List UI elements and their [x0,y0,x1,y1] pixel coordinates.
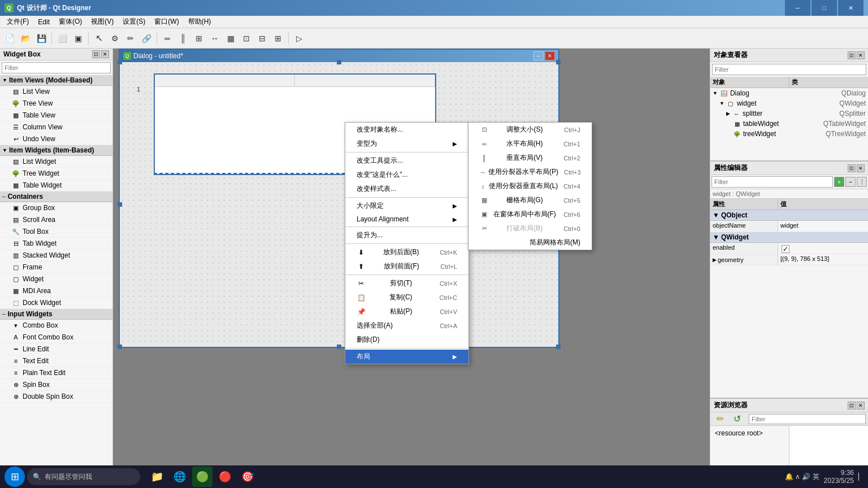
submenu-splitterh[interactable]: ↔ 使用分裂器水平布局(P) Ctrl+3 [468,165,592,179]
resize-handle-top[interactable] [337,60,341,64]
object-filter-input[interactable] [712,64,866,75]
widget-tableview[interactable]: ▦ Table View [0,110,112,121]
tb-new-form2[interactable]: ▣ [71,31,85,46]
resource-refresh-btn[interactable]: ↺ [730,412,744,426]
resize-handle-bottomleft[interactable] [118,345,122,349]
tb-tab-order[interactable]: ⚙ [107,31,122,46]
ctx-layout[interactable]: 布局 ▶ [345,350,468,364]
category-input-widgets[interactable]: ─ Input Widgets [0,309,112,320]
dialog-minimize-btn[interactable]: ─ [533,51,544,60]
ctx-stylesheet[interactable]: 改变样式表... [345,182,468,196]
property-editor-close-btn[interactable]: ✕ [857,164,865,172]
taskbar-app-chrome[interactable]: 🌐 [170,467,190,487]
resize-handle-topleft[interactable] [118,60,122,64]
dialog-close-btn[interactable]: ✕ [545,51,555,60]
widget-listview[interactable]: ▤ List View [0,86,112,98]
widget-plaintextedit[interactable]: ≡ Plain Text Edit [0,367,112,379]
widget-stacked[interactable]: ▥ Stacked Widget [0,250,112,262]
menu-window[interactable]: 窗口(W) [150,16,183,28]
resource-browser-float-btn[interactable]: ⊡ [848,402,856,409]
widget-box-close-btn[interactable]: ✕ [101,50,109,58]
menu-edit[interactable]: Edit [33,17,54,27]
menu-file[interactable]: 文件(F) [2,16,33,28]
prop-value-geometry[interactable]: [(9, 9), 786 x 513] [778,254,868,265]
resource-filter-input[interactable] [749,414,866,424]
tb-preview[interactable]: ▷ [292,31,306,46]
ctx-layoutalignment[interactable]: Layout Alignment ▶ [345,213,468,225]
taskbar-search[interactable]: 🔍 有问题尽管问我 [27,468,140,485]
menu-view[interactable]: 视图(V) [86,16,118,28]
tree-dialog[interactable]: ▼ 🪟 Dialog QDialog [710,88,868,98]
taskbar-app-explorer[interactable]: 📁 [147,467,167,487]
tb-adjust-size[interactable]: ⊞ [271,31,285,46]
prop-value-objectname[interactable]: widget [778,221,868,232]
tb-new-form[interactable]: ⬜ [55,31,70,46]
tree-tablewidget[interactable]: ▦ tableWidget QTableWidget [710,119,868,129]
app-maximize-btn[interactable]: □ [811,0,837,16]
widget-lineedit[interactable]: ━ Line Edit [0,343,112,355]
object-inspector-float-btn[interactable]: ⊡ [848,51,856,59]
submenu-resize[interactable]: ⊡ 调整大小(S) Ctrl+J [468,123,592,137]
ctx-cut[interactable]: ✂ 剪切(T) Ctrl+X [345,276,468,290]
tb-pointer[interactable]: ↖ [92,31,106,46]
widget-toolbox[interactable]: 🔧 Tool Box [0,226,112,238]
ctx-morph[interactable]: 变型为 ▶ [345,137,468,151]
tb-save[interactable]: 💾 [34,31,49,46]
tb-buddy[interactable]: ✏ [123,31,138,46]
submenu-hlayout[interactable]: ═ 水平布局(H) Ctrl+1 [468,137,592,151]
widget-spinbox[interactable]: ⊕ Spin Box [0,379,112,391]
resource-browser-close-btn[interactable]: ✕ [857,402,865,409]
ctx-whatsthis[interactable]: 改变"这是什么"... [345,168,468,182]
resize-handle-bottom[interactable] [337,345,341,349]
taskbar-show-desktop[interactable]: ▏ [858,473,863,481]
resource-root[interactable]: <resource root> [713,428,787,438]
widget-box-float-btn[interactable]: ⊡ [92,50,100,58]
ctx-rename[interactable]: 改变对象名称... [345,123,468,137]
prop-remove-btn[interactable]: − [845,177,856,187]
prop-value-enabled[interactable]: ✓ [778,243,868,254]
resize-handle-left[interactable] [118,202,122,207]
widget-tabwidget[interactable]: ⊟ Tab Widget [0,238,112,250]
tb-hlayout[interactable]: ═ [160,31,175,46]
submenu-vlayout[interactable]: ║ 垂直布局(V) Ctrl+2 [468,151,592,165]
widget-listwidget[interactable]: ▤ List Widget [0,156,112,168]
ctx-copy[interactable]: 📋 复制(C) Ctrl+C [345,290,468,304]
widget-tablewidget[interactable]: ▦ Table Widget [0,180,112,191]
prop-menu-btn[interactable]: ⋮ [857,177,867,187]
tb-signal[interactable]: 🔗 [139,31,154,46]
tree-splitter[interactable]: ▶ ↔ splitter QSplitter [710,108,868,119]
submenu-simplegrid[interactable]: 简易网格布局(M) [468,236,592,250]
widget-textedit[interactable]: ≡ Text Edit [0,355,112,367]
tb-open[interactable]: 📂 [18,31,33,46]
widget-undoview[interactable]: ↩ Undo View [0,133,112,145]
widget-mdiarea[interactable]: ▦ MDI Area [0,285,112,297]
ctx-promote[interactable]: 提升为... [345,228,468,242]
taskbar-app-green[interactable]: 🟢 [192,467,212,487]
tb-vlayout[interactable]: ║ [176,31,190,46]
widget-doublespinbox[interactable]: ⊕ Double Spin Box [0,391,112,403]
widget-combobox[interactable]: ▾ Combo Box [0,320,112,332]
submenu-splitterv[interactable]: ↕ 使用分裂器垂直布局(L) Ctrl+4 [468,179,592,193]
tb-splitter-v[interactable]: ↔ [207,31,222,46]
ctx-bringfront[interactable]: ⬆ 放到前面(F) Ctrl+L [345,259,468,273]
tree-widget[interactable]: ▼ ▢ widget QWidget [710,98,868,108]
tb-splitter-h[interactable]: ⊞ [192,31,206,46]
tb-grid[interactable]: ▦ [223,31,238,46]
widget-widget[interactable]: ▢ Widget [0,273,112,285]
tree-treewidget[interactable]: 🌳 treeWidget QTreeWidget [710,129,868,139]
ctx-sendback[interactable]: ⬇ 放到后面(B) Ctrl+K [345,245,468,259]
widget-treewidget[interactable]: 🌳 Tree Widget [0,168,112,180]
category-item-views-model[interactable]: ▼ Item Views (Model-Based) [0,75,112,86]
taskbar-start-btn[interactable]: ⊞ [5,467,25,487]
prop-check-enabled[interactable]: ✓ [782,245,789,253]
widget-columnview[interactable]: ☰ Column View [0,121,112,133]
category-item-widgets[interactable]: ▼ Item Widgets (Item-Based) [0,145,112,156]
widget-treeview[interactable]: 🌳 Tree View [0,98,112,110]
tb-form-layout[interactable]: ⊡ [239,31,254,46]
ctx-selectall[interactable]: 选择全部(A) Ctrl+A [345,319,468,333]
tb-new[interactable]: 📄 [2,31,17,46]
submenu-formlayout[interactable]: ▣ 在窗体布局中布局(F) Ctrl+6 [468,207,592,221]
menu-help[interactable]: 帮助(H) [184,16,216,28]
ctx-sizeconstraint[interactable]: 大小限定 ▶ [345,199,468,213]
widget-frame[interactable]: ▢ Frame [0,262,112,273]
